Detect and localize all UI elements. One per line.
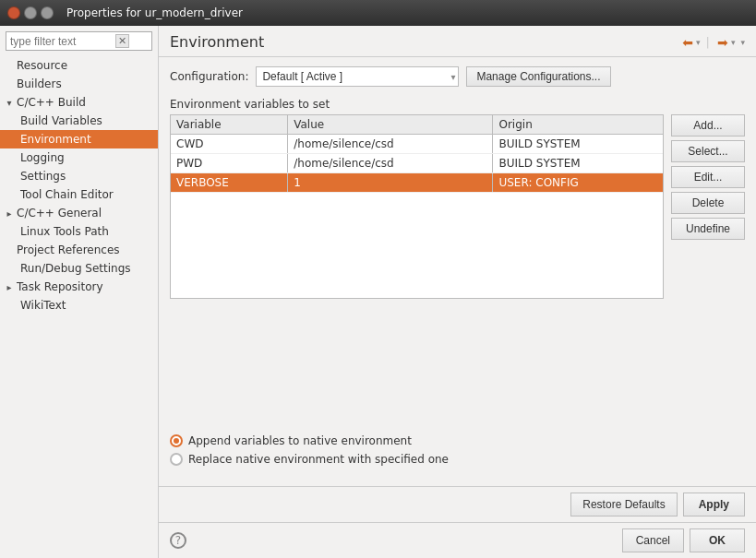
bottom-bar: Restore Defaults Apply <box>159 486 756 522</box>
content-area: Environment ⬅ ▾ | ➡ ▾ ▾ Configuration: <box>159 26 756 558</box>
forward-dropdown-icon: ▾ <box>731 38 736 47</box>
nav-menu-dropdown-icon[interactable]: ▾ <box>740 38 745 47</box>
sidebar-item-environment[interactable]: Environment <box>0 130 158 148</box>
expand-arrow-icon <box>4 244 15 255</box>
delete-button[interactable]: Delete <box>671 192 745 214</box>
titlebar-buttons <box>7 6 54 19</box>
sidebar-item-tool-chain-editor[interactable]: Tool Chain Editor <box>0 185 158 204</box>
cell-value: /home/silence/csd <box>288 135 493 154</box>
sidebar-item-label: Environment <box>20 133 91 146</box>
help-button[interactable]: ? <box>170 532 186 549</box>
filter-clear-icon[interactable]: ✕ <box>115 34 129 48</box>
back-dropdown-icon: ▾ <box>696 38 701 47</box>
maximize-button[interactable] <box>41 6 54 19</box>
cancel-button[interactable]: Cancel <box>622 528 684 552</box>
cell-origin: BUILD SYSTEM <box>493 135 663 154</box>
expand-arrow-icon <box>4 78 15 89</box>
env-table-wrap: Variable Value Origin CWD/home/silence/c… <box>170 114 745 425</box>
filter-box: ✕ <box>6 31 152 51</box>
manage-configurations-button[interactable]: Manage Configurations... <box>466 66 610 87</box>
sidebar: ✕ Resource Builders ▾ C/C++ Build Build … <box>0 26 159 558</box>
sidebar-item-label: Build Variables <box>20 114 102 127</box>
cell-value: 1 <box>288 173 493 193</box>
cell-variable: CWD <box>171 135 288 154</box>
env-action-buttons: Add... Select... Edit... Delete Undefine <box>671 114 745 425</box>
cell-variable: VERBOSE <box>171 173 288 193</box>
sidebar-item-cpp-build[interactable]: ▾ C/C++ Build <box>0 93 158 112</box>
sidebar-item-label: Tool Chain Editor <box>20 188 114 201</box>
select-button[interactable]: Select... <box>671 140 745 162</box>
edit-button[interactable]: Edit... <box>671 166 745 188</box>
radio-replace[interactable]: Replace native environment with specifie… <box>170 453 745 466</box>
close-button[interactable] <box>7 6 20 19</box>
prev-nav-button[interactable]: ⬅ ▾ <box>680 35 701 50</box>
nav-tree: Resource Builders ▾ C/C++ Build Build Va… <box>0 54 158 558</box>
apply-button[interactable]: Apply <box>683 493 745 516</box>
sidebar-item-label: Logging <box>20 151 65 164</box>
sidebar-item-label: Builders <box>17 77 62 90</box>
sidebar-item-label: C/C++ General <box>17 207 102 220</box>
forward-arrow-icon: ➡ <box>715 35 730 50</box>
filter-input[interactable] <box>10 35 112 48</box>
sidebar-item-label: C/C++ Build <box>17 96 86 109</box>
undefine-button[interactable]: Undefine <box>671 218 745 240</box>
radio-append-label: Append variables to native environment <box>188 434 412 447</box>
sidebar-item-run-debug-settings[interactable]: Run/Debug Settings <box>0 259 158 278</box>
sidebar-item-label: Linux Tools Path <box>20 225 109 238</box>
next-nav-button[interactable]: ➡ ▾ <box>715 35 736 50</box>
add-button[interactable]: Add... <box>671 114 745 137</box>
radio-circle-replace <box>170 453 183 466</box>
section-title: Environment <box>170 33 264 51</box>
sidebar-item-wikitext[interactable]: WikiText <box>0 296 158 315</box>
content-header: Environment ⬅ ▾ | ➡ ▾ ▾ <box>159 26 756 57</box>
arrow-separator: | <box>706 35 710 49</box>
radio-replace-label: Replace native environment with specifie… <box>188 453 449 466</box>
sidebar-item-builders[interactable]: Builders <box>0 75 158 93</box>
sidebar-item-label: WikiText <box>20 299 66 312</box>
titlebar: Properties for ur_modern_driver <box>0 0 756 26</box>
table-row[interactable]: CWD/home/silence/csdBUILD SYSTEM <box>171 135 663 154</box>
cell-origin: USER: CONFIG <box>493 173 663 193</box>
sidebar-item-linux-tools-path[interactable]: Linux Tools Path <box>0 222 158 241</box>
sidebar-item-settings[interactable]: Settings <box>0 167 158 185</box>
nav-arrows: ⬅ ▾ | ➡ ▾ ▾ <box>680 35 745 50</box>
sidebar-item-logging[interactable]: Logging <box>0 148 158 167</box>
sidebar-item-cpp-general[interactable]: ▸ C/C++ General <box>0 204 158 222</box>
sidebar-item-label: Resource <box>17 59 67 72</box>
sidebar-item-label: Task Repository <box>17 280 103 293</box>
configuration-row: Configuration: Default [ Active ]DebugRe… <box>170 66 745 87</box>
radio-append[interactable]: Append variables to native environment <box>170 434 745 447</box>
back-arrow-icon: ⬅ <box>680 35 695 50</box>
dialog-buttons: Cancel OK <box>622 528 745 552</box>
window-title: Properties for ur_modern_driver <box>66 6 243 19</box>
configuration-label: Configuration: <box>170 70 248 83</box>
env-variables-table: Variable Value Origin CWD/home/silence/c… <box>170 114 664 299</box>
configuration-select[interactable]: Default [ Active ]DebugRelease <box>256 66 459 87</box>
minimize-button[interactable] <box>24 6 37 19</box>
sidebar-item-label: Run/Debug Settings <box>20 262 131 275</box>
sidebar-item-task-repository[interactable]: ▸ Task Repository <box>0 278 158 296</box>
table-row[interactable]: PWD/home/silence/csdBUILD SYSTEM <box>171 154 663 173</box>
table-row[interactable]: VERBOSE1USER: CONFIG <box>171 173 663 193</box>
expand-arrow-icon <box>4 60 15 71</box>
sidebar-item-resource[interactable]: Resource <box>0 56 158 75</box>
dialog-bottom: ? Cancel OK <box>159 522 756 558</box>
cell-value: /home/silence/csd <box>288 154 493 173</box>
main-container: ✕ Resource Builders ▾ C/C++ Build Build … <box>0 26 756 558</box>
col-header-variable: Variable <box>171 115 288 135</box>
sidebar-item-label: Settings <box>20 170 66 183</box>
cell-variable: PWD <box>171 154 288 173</box>
collapse-arrow-icon: ▾ <box>4 97 15 108</box>
ok-button[interactable]: OK <box>690 528 745 552</box>
expand-arrow-icon: ▸ <box>4 208 15 219</box>
content-body: Configuration: Default [ Active ]DebugRe… <box>159 57 756 486</box>
configuration-select-wrap: Default [ Active ]DebugRelease ▾ <box>256 66 459 87</box>
restore-defaults-button[interactable]: Restore Defaults <box>570 493 677 516</box>
sidebar-item-project-references[interactable]: Project References <box>0 241 158 259</box>
sidebar-item-build-variables[interactable]: Build Variables <box>0 112 158 130</box>
sidebar-item-label: Project References <box>17 243 120 256</box>
expand-arrow-icon: ▸ <box>4 281 15 292</box>
col-header-value: Value <box>288 115 493 135</box>
env-section-label: Environment variables to set <box>170 98 745 111</box>
col-header-origin: Origin <box>493 115 663 135</box>
